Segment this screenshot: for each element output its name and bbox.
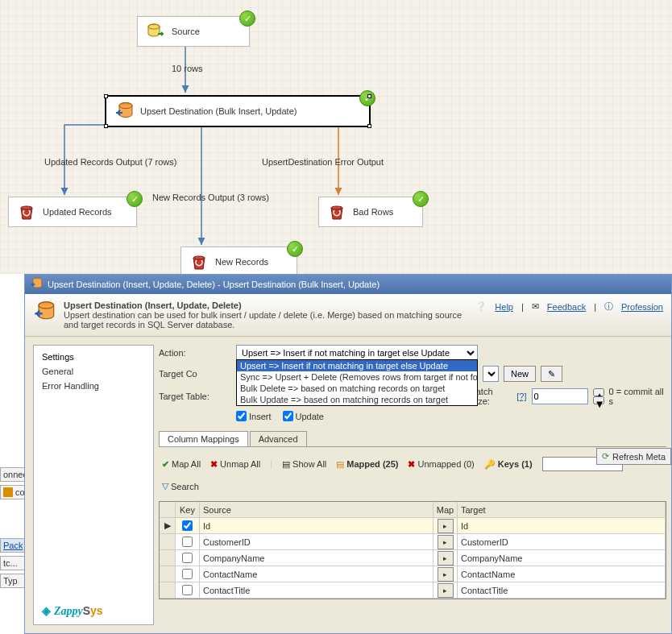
- node-upsert-destination[interactable]: Upsert Destination (Bulk Insert, Update)…: [105, 95, 371, 127]
- target-conn-select[interactable]: [483, 366, 499, 382]
- dialog-header: Upsert Destination (Insert, Update, Dele…: [25, 294, 671, 337]
- table-row[interactable]: ContactTitle▸ContactTitle: [160, 582, 666, 599]
- source-cell[interactable]: ContactName: [200, 566, 433, 582]
- dialog-head-desc: Upsert destination can be used for bulk …: [64, 310, 467, 329]
- batch-note: 0 = commit all s: [609, 387, 667, 406]
- action-option-sync[interactable]: Sync => Upsert + Delete (Removes rows fr…: [237, 371, 477, 383]
- key-checkbox[interactable]: [182, 520, 193, 531]
- action-label: Action:: [159, 348, 231, 358]
- row-header: [160, 566, 176, 582]
- node-new-label: New Records: [215, 257, 268, 267]
- grid-header: Key Source Map Target: [160, 502, 666, 518]
- target-cell[interactable]: ContactTitle: [458, 582, 666, 598]
- batch-help-link[interactable]: [?]: [516, 392, 526, 401]
- search-button[interactable]: ▽Search: [162, 481, 199, 491]
- source-cell[interactable]: CustomerID: [200, 534, 433, 549]
- map-cell[interactable]: ▸: [433, 566, 458, 582]
- source-cell[interactable]: Id: [200, 518, 433, 533]
- batch-size-input[interactable]: [532, 388, 588, 404]
- row-header: [160, 582, 176, 598]
- row-header: [160, 534, 176, 549]
- help-icon: ❔: [475, 301, 487, 312]
- feedback-link[interactable]: Feedback: [547, 302, 586, 312]
- target-cell[interactable]: CompanyName: [458, 550, 666, 566]
- target-table-label: Target Table:: [159, 392, 226, 401]
- checkmark-icon: ✓: [239, 10, 255, 27]
- target-cell[interactable]: CustomerID: [458, 534, 666, 549]
- node-bad-rows[interactable]: Bad Rows ✓: [318, 197, 423, 227]
- source-cell[interactable]: ContactTitle: [200, 582, 433, 598]
- dialog-titlebar[interactable]: Upsert Destination (Insert, Update, Dele…: [25, 275, 671, 294]
- key-checkbox[interactable]: [182, 553, 193, 563]
- keys-filter[interactable]: 🔑Keys (1): [484, 459, 533, 470]
- node-source[interactable]: Source ✓: [137, 16, 250, 47]
- mapping-tabs: Column Mappings Advanced: [159, 431, 666, 447]
- tab-error-handling[interactable]: Error Handling: [39, 379, 148, 392]
- batch-up-button[interactable]: ▲: [593, 388, 604, 396]
- node-updated-label: Updated Records: [43, 207, 112, 217]
- target-cell[interactable]: Id: [458, 518, 666, 533]
- table-row[interactable]: ▶Id▸Id: [160, 518, 666, 534]
- settings-pane: Action: Upsert => Insert if not matching…: [154, 337, 671, 633]
- settings-nav[interactable]: Settings General Error Handling ◈ ZappyS…: [33, 345, 154, 625]
- unmapped-filter[interactable]: ✖Unmapped (0): [408, 459, 474, 470]
- svg-point-4: [21, 206, 32, 209]
- key-checkbox[interactable]: [182, 585, 193, 595]
- action-select[interactable]: Upsert => Insert if not matching in targ…: [236, 345, 478, 361]
- edit-connection-button[interactable]: ✎: [541, 366, 562, 382]
- tab-settings[interactable]: Settings: [39, 350, 148, 363]
- action-dropdown-list[interactable]: Upsert => Insert if not matching in targ…: [236, 359, 478, 406]
- table-row[interactable]: CompanyName▸CompanyName: [160, 550, 666, 566]
- list-icon: ▤: [336, 459, 344, 470]
- unmap-all-button[interactable]: ✖Unmap All: [210, 459, 260, 470]
- key-cell[interactable]: [176, 550, 200, 566]
- tab-advanced[interactable]: Advanced: [250, 431, 307, 446]
- node-updated-records[interactable]: Updated Records ✓: [8, 197, 137, 227]
- database-upsert-icon: [33, 300, 56, 323]
- key-cell[interactable]: [176, 582, 200, 598]
- dialog-head-title: Upsert Destination (Insert, Update, Dele…: [64, 300, 467, 310]
- key-cell[interactable]: [176, 566, 200, 582]
- action-option-bulk-update[interactable]: Bulk Update => based on matching records…: [237, 394, 477, 405]
- dialog-title-text: Upsert Destination (Insert, Update, Dele…: [48, 280, 380, 289]
- new-connection-button[interactable]: New: [504, 366, 536, 382]
- insert-checkbox[interactable]: [236, 411, 247, 421]
- key-cell[interactable]: [176, 518, 200, 533]
- refresh-metadata-button[interactable]: ⟳ Refresh Meta: [596, 448, 671, 465]
- recycle-bin-icon: [327, 202, 346, 222]
- batch-down-button[interactable]: ▼: [593, 396, 604, 404]
- table-row[interactable]: ContactName▸ContactName: [160, 566, 666, 582]
- map-all-button[interactable]: ✔Map All: [162, 459, 201, 470]
- source-cell[interactable]: CompanyName: [200, 550, 433, 566]
- key-checkbox[interactable]: [182, 569, 193, 579]
- recycle-bin-icon: [189, 252, 209, 271]
- table-row[interactable]: CustomerID▸CustomerID: [160, 534, 666, 550]
- map-cell[interactable]: ▸: [433, 582, 458, 598]
- target-cell[interactable]: ContactName: [458, 566, 666, 582]
- help-link[interactable]: Help: [495, 302, 513, 312]
- refresh-icon: ⟳: [602, 451, 609, 462]
- recycle-bin-icon: [17, 202, 36, 222]
- action-option-upsert[interactable]: Upsert => Insert if not matching in targ…: [237, 360, 477, 371]
- update-checkbox[interactable]: [283, 411, 293, 421]
- wifi-icon: ◈: [42, 604, 51, 617]
- key-checkbox[interactable]: [182, 537, 193, 547]
- mail-icon: ✉: [532, 301, 539, 312]
- flow-canvas[interactable]: 10 rows Updated Records Output (7 rows) …: [0, 0, 672, 274]
- mapped-filter[interactable]: ▤Mapped (25): [336, 459, 398, 470]
- key-cell[interactable]: [176, 534, 200, 549]
- map-cell[interactable]: ▸: [433, 518, 458, 533]
- map-cell[interactable]: ▸: [433, 550, 458, 566]
- map-cell[interactable]: ▸: [433, 534, 458, 549]
- node-new-records[interactable]: New Records ✓: [180, 247, 297, 277]
- check-icon: ✔: [162, 459, 169, 470]
- profession-link[interactable]: Profession: [621, 302, 663, 312]
- show-all-button[interactable]: ▤Show All: [282, 459, 326, 470]
- database-source-icon: [146, 22, 165, 41]
- action-option-bulk-delete[interactable]: Bulk Delete => based on matching records…: [237, 383, 477, 394]
- tab-column-mappings[interactable]: Column Mappings: [159, 431, 248, 446]
- mapping-grid[interactable]: Key Source Map Target ▶Id▸IdCustomerID▸C…: [159, 501, 666, 599]
- list-icon: ▤: [282, 459, 290, 470]
- node-source-label: Source: [172, 27, 200, 36]
- tab-general[interactable]: General: [39, 365, 148, 378]
